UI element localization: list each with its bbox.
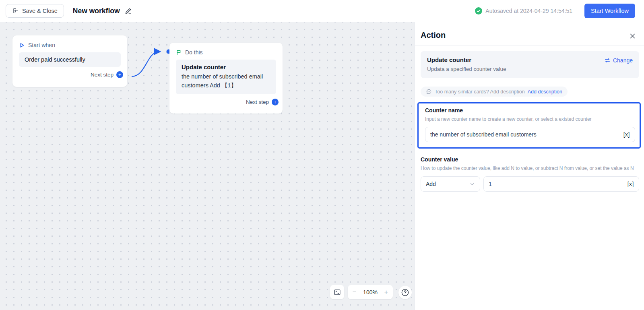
minimap-icon xyxy=(334,289,341,296)
question-circle-icon xyxy=(401,288,409,297)
check-circle-icon xyxy=(475,7,482,14)
save-close-button[interactable]: Save & Close xyxy=(6,4,64,18)
insert-variable-button[interactable]: [x] xyxy=(623,131,630,138)
chevron-down-icon xyxy=(469,181,475,187)
add-description-link[interactable]: Add description xyxy=(528,89,562,95)
edit-pencil-icon[interactable] xyxy=(124,7,132,15)
workflow-canvas[interactable]: Start when Order paid successfully Next … xyxy=(0,22,415,310)
help-button[interactable] xyxy=(398,286,412,299)
counter-value-input[interactable] xyxy=(489,181,627,187)
fit-view-button[interactable] xyxy=(330,285,344,299)
selected-action-subtitle: Updata a specified counter value xyxy=(427,66,506,72)
do-this-node[interactable]: Do this Update counter the number of sub… xyxy=(169,43,283,114)
operation-selected-value: Add xyxy=(426,181,469,187)
exit-icon xyxy=(12,8,19,14)
selected-action-card: Update counter Updata a specified counte… xyxy=(421,51,639,78)
change-label: Change xyxy=(613,57,633,64)
start-workflow-button[interactable]: Start Workflow xyxy=(584,4,635,18)
top-bar: Save & Close New workflow Autosaved at 2… xyxy=(0,0,644,22)
add-next-step-button[interactable]: + xyxy=(116,71,123,78)
page-title: New workflow xyxy=(73,7,120,15)
action-description: the number of subscribed email customers… xyxy=(182,72,270,90)
selected-action-title: Update counter xyxy=(427,56,506,63)
counter-name-section: Counter name Input a new counter name to… xyxy=(417,102,641,149)
trigger-label: Order paid successfully xyxy=(25,56,115,63)
swap-arrows-icon xyxy=(604,57,611,64)
counter-value-section: Counter value How to update the counter … xyxy=(421,156,639,191)
flag-icon xyxy=(176,50,182,56)
zoom-out-button[interactable]: − xyxy=(348,285,361,299)
counter-value-hint: How to update the counter value, like ad… xyxy=(421,165,639,172)
add-next-step-button[interactable]: + xyxy=(272,99,279,105)
trigger-box[interactable]: Order paid successfully xyxy=(19,52,121,67)
counter-name-field: [x] xyxy=(425,127,635,142)
counter-value-field: [x] xyxy=(483,176,639,192)
close-icon[interactable] xyxy=(628,31,637,40)
save-close-label: Save & Close xyxy=(22,8,58,14)
start-when-label: Start when xyxy=(28,42,55,48)
next-step-label: Next step xyxy=(246,99,269,105)
zoom-level: 100% xyxy=(361,289,380,296)
autosave-text: Autosaved at 2024-04-29 14:54:51 xyxy=(485,8,572,14)
zoom-control: − 100% + xyxy=(348,285,393,299)
action-config-panel: Action Update counter Updata a specified… xyxy=(415,22,644,310)
autosave-status: Autosaved at 2024-04-29 14:54:51 xyxy=(475,7,572,14)
add-description-hint: Too many similar cards? Add description … xyxy=(421,87,568,97)
play-icon xyxy=(19,42,25,48)
hint-text: Too many similar cards? Add description xyxy=(435,89,525,95)
start-when-node[interactable]: Start when Order paid successfully Next … xyxy=(12,35,127,87)
panel-title: Action xyxy=(421,31,638,40)
insert-variable-button[interactable]: [x] xyxy=(627,181,634,187)
change-action-link[interactable]: Change xyxy=(604,56,633,64)
zoom-in-button[interactable]: + xyxy=(380,285,393,299)
counter-value-label: Counter value xyxy=(421,156,639,163)
counter-name-input[interactable] xyxy=(430,131,623,138)
operation-select[interactable]: Add xyxy=(421,176,480,192)
workflow-title-group: New workflow xyxy=(73,7,132,15)
next-step-label: Next step xyxy=(91,72,114,78)
action-box[interactable]: Update counter the number of subscribed … xyxy=(176,60,276,94)
speech-bubble-icon xyxy=(426,89,432,95)
counter-name-label: Counter name xyxy=(425,107,635,114)
do-this-label: Do this xyxy=(185,49,203,56)
counter-name-hint: Input a new counter name to create a new… xyxy=(425,116,635,123)
action-title: Update counter xyxy=(182,64,270,70)
